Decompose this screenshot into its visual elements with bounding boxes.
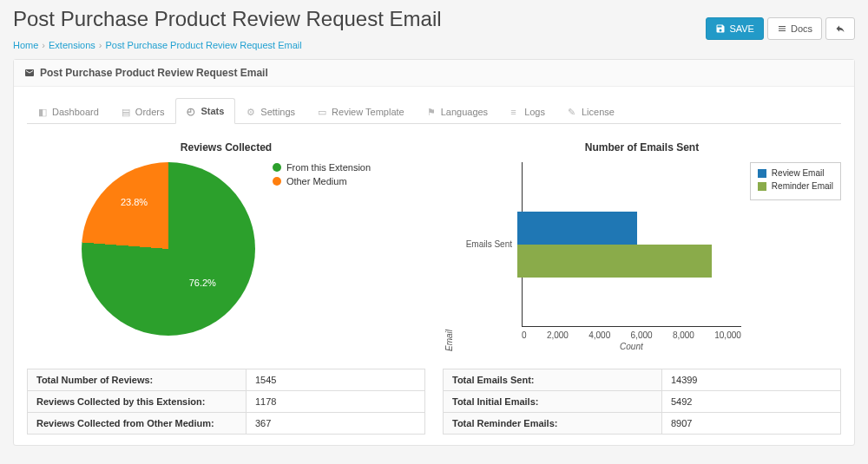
legend-swatch: [273, 163, 281, 172]
page-title: Post Purchase Product Review Request Ema…: [13, 7, 442, 31]
tab-review-template[interactable]: ▭Review Template: [306, 98, 416, 124]
legend-item: Other Medium: [273, 176, 371, 186]
tab-license[interactable]: ✎License: [556, 98, 626, 124]
legend-swatch: [758, 182, 766, 191]
bar-review-email: [517, 212, 637, 245]
back-button[interactable]: [825, 17, 855, 40]
bar-xlabel: Count: [522, 342, 741, 351]
reply-icon: [835, 23, 845, 34]
legend-item: From this Extension: [273, 162, 371, 173]
legend-item: Review Email: [758, 168, 833, 178]
stats-icon: ◴: [187, 106, 197, 116]
table-row: Reviews Collected by this Extension:1178: [28, 391, 425, 413]
bar-category-label: Emails Sent: [457, 239, 517, 249]
breadcrumb-current[interactable]: Post Purchase Product Review Request Ema…: [106, 40, 302, 50]
bar-chart-title: Number of Emails Sent: [443, 141, 841, 154]
panel-heading: Post Purchase Product Review Request Ema…: [14, 60, 854, 87]
template-icon: ▭: [318, 107, 328, 117]
bar-xticks: 02,0004,0006,0008,00010,000: [522, 327, 741, 340]
envelope-icon: [24, 68, 35, 78]
table-row: Total Emails Sent:14399: [444, 369, 841, 391]
pie-legend: From this Extension Other Medium: [273, 162, 371, 190]
cart-icon: ▤: [122, 107, 132, 117]
emails-table: Total Emails Sent:14399 Total Initial Em…: [443, 369, 841, 435]
logs-icon: ≡: [510, 107, 521, 117]
tab-logs[interactable]: ≡Logs: [499, 98, 556, 124]
legend-swatch: [273, 177, 281, 186]
tab-orders[interactable]: ▤Orders: [110, 98, 176, 124]
legend-swatch: [758, 169, 766, 178]
pie-chart: 23.8% 76.2%: [82, 162, 255, 336]
pie-slice-label-extension: 76.2%: [189, 278, 216, 288]
panel-title: Post Purchase Product Review Request Ema…: [40, 67, 268, 79]
breadcrumb-sep: ›: [42, 40, 45, 50]
breadcrumb-home[interactable]: Home: [13, 40, 38, 50]
license-icon: ✎: [568, 107, 578, 117]
reviews-table: Total Number of Reviews:1545 Reviews Col…: [27, 369, 425, 435]
save-icon: [715, 23, 726, 34]
table-row: Total Number of Reviews:1545: [28, 369, 425, 391]
tab-stats[interactable]: ◴Stats: [175, 98, 235, 124]
bar-legend: Review Email Reminder Email: [750, 162, 841, 200]
languages-icon: ⚑: [427, 107, 437, 117]
tab-settings[interactable]: ⚙Settings: [235, 98, 306, 124]
table-row: Reviews Collected from Other Medium:367: [28, 413, 425, 435]
tab-languages[interactable]: ⚑Languages: [416, 98, 499, 124]
book-icon: [777, 23, 787, 34]
breadcrumb: Home › Extensions › Post Purchase Produc…: [13, 40, 302, 50]
breadcrumb-sep: ›: [99, 40, 102, 50]
table-row: Total Initial Emails:5492: [444, 391, 841, 413]
save-button[interactable]: SAVE: [706, 17, 764, 40]
breadcrumb-extensions[interactable]: Extensions: [49, 40, 95, 50]
pie-chart-title: Reviews Collected: [27, 141, 425, 154]
bar-reminder-email: [517, 245, 712, 278]
table-row: Total Reminder Emails:8907: [444, 413, 841, 435]
bar-ylabel: Email: [443, 162, 456, 351]
legend-item: Reminder Email: [758, 181, 833, 191]
tabs: ◧Dashboard ▤Orders ◴Stats ⚙Settings ▭Rev…: [27, 97, 841, 124]
bar-chart: Emails Sent: [522, 162, 741, 327]
dashboard-icon: ◧: [38, 107, 49, 117]
docs-button[interactable]: Docs: [767, 17, 822, 40]
settings-icon: ⚙: [247, 107, 257, 117]
pie-slice-label-other: 23.8%: [121, 197, 148, 207]
tab-dashboard[interactable]: ◧Dashboard: [27, 98, 110, 124]
